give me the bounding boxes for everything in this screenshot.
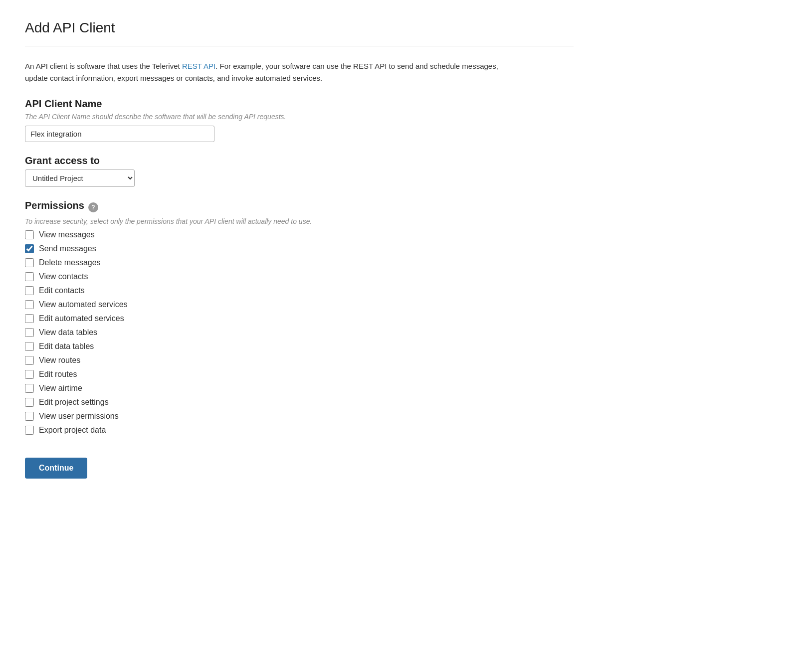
rest-api-link[interactable]: REST API: [182, 62, 215, 70]
edit-data-tables-label: Edit data tables: [39, 342, 94, 351]
description-before-link: An API client is software that uses the …: [25, 62, 182, 70]
view-automated-services-checkbox[interactable]: [25, 300, 34, 309]
list-item: Edit data tables: [25, 342, 574, 351]
page-title: Add API Client: [25, 20, 574, 36]
permissions-header: Permissions ?: [25, 200, 574, 214]
view-routes-label: View routes: [39, 356, 80, 365]
permissions-hint: To increase security, select only the pe…: [25, 217, 574, 225]
view-user-permissions-label: View user permissions: [39, 412, 119, 421]
view-messages-label: View messages: [39, 230, 95, 239]
grant-access-group: Grant access to Untitled Project: [25, 155, 574, 187]
export-project-data-checkbox[interactable]: [25, 426, 34, 435]
list-item: Export project data: [25, 426, 574, 435]
list-item: Edit contacts: [25, 286, 574, 295]
grant-access-label: Grant access to: [25, 155, 574, 167]
list-item: Edit automated services: [25, 314, 574, 323]
api-client-name-hint: The API Client Name should describe the …: [25, 113, 574, 121]
edit-automated-services-label: Edit automated services: [39, 314, 124, 323]
list-item: View automated services: [25, 300, 574, 309]
view-data-tables-checkbox[interactable]: [25, 328, 34, 337]
edit-project-settings-checkbox[interactable]: [25, 398, 34, 407]
list-item: View data tables: [25, 328, 574, 337]
permissions-help-icon[interactable]: ?: [88, 202, 98, 212]
view-messages-checkbox[interactable]: [25, 230, 34, 239]
view-contacts-checkbox[interactable]: [25, 272, 34, 281]
list-item: Edit project settings: [25, 398, 574, 407]
permissions-group: Permissions ? To increase security, sele…: [25, 200, 574, 435]
permissions-label: Permissions: [25, 200, 84, 211]
api-client-name-group: API Client Name The API Client Name shou…: [25, 98, 574, 142]
list-item: View contacts: [25, 272, 574, 281]
view-airtime-checkbox[interactable]: [25, 384, 34, 393]
view-contacts-label: View contacts: [39, 272, 88, 281]
view-user-permissions-checkbox[interactable]: [25, 412, 34, 421]
view-automated-services-label: View automated services: [39, 300, 128, 309]
delete-messages-label: Delete messages: [39, 258, 101, 267]
api-client-name-input[interactable]: [25, 126, 214, 142]
delete-messages-checkbox[interactable]: [25, 258, 34, 267]
continue-button[interactable]: Continue: [25, 458, 87, 479]
export-project-data-label: Export project data: [39, 426, 106, 435]
edit-project-settings-label: Edit project settings: [39, 398, 109, 407]
list-item: Edit routes: [25, 370, 574, 379]
view-routes-checkbox[interactable]: [25, 356, 34, 365]
api-client-name-label: API Client Name: [25, 98, 574, 110]
edit-routes-checkbox[interactable]: [25, 370, 34, 379]
view-data-tables-label: View data tables: [39, 328, 97, 337]
list-item: View user permissions: [25, 412, 574, 421]
list-item: View messages: [25, 230, 574, 239]
grant-access-select[interactable]: Untitled Project: [25, 169, 135, 187]
permissions-list: View messages Send messages Delete messa…: [25, 230, 574, 435]
send-messages-checkbox[interactable]: [25, 244, 34, 253]
list-item: View airtime: [25, 384, 574, 393]
edit-automated-services-checkbox[interactable]: [25, 314, 34, 323]
list-item: Send messages: [25, 244, 574, 253]
send-messages-label: Send messages: [39, 244, 96, 253]
list-item: Delete messages: [25, 258, 574, 267]
edit-contacts-checkbox[interactable]: [25, 286, 34, 295]
description-text: An API client is software that uses the …: [25, 60, 499, 84]
list-item: View routes: [25, 356, 574, 365]
edit-data-tables-checkbox[interactable]: [25, 342, 34, 351]
view-airtime-label: View airtime: [39, 384, 82, 393]
edit-contacts-label: Edit contacts: [39, 286, 85, 295]
section-divider: [25, 46, 574, 46]
edit-routes-label: Edit routes: [39, 370, 77, 379]
